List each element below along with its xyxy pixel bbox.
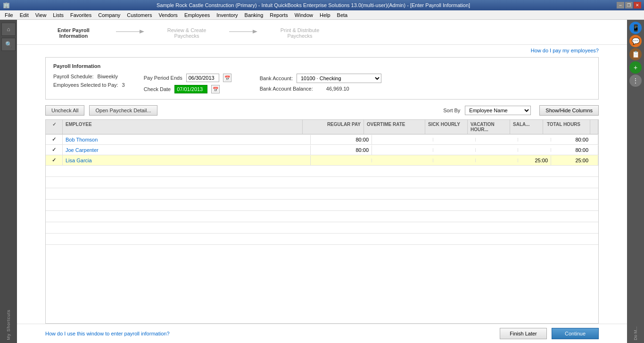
row1-salary[interactable] [518, 138, 551, 142]
menu-item-beta[interactable]: Beta [334, 11, 351, 19]
sort-by-label: Sort By [443, 108, 460, 113]
menu-item-lists[interactable]: Lists [50, 11, 66, 19]
chat-icon-btn[interactable]: 💬 [629, 35, 642, 47]
help-link-area: How do I pay my employees? [17, 45, 627, 55]
content-area: Enter PayrollInformation Review & Create… [17, 20, 627, 343]
menu-item-favorites[interactable]: Favorites [67, 11, 94, 19]
finish-later-button[interactable]: Finish Later [500, 328, 547, 339]
search-icon-btn[interactable]: 🔍 [1, 38, 16, 51]
menu-item-help[interactable]: Help [317, 11, 333, 19]
row2-salary[interactable] [518, 148, 551, 152]
more-icon-btn[interactable]: ⋮ [629, 75, 642, 87]
table-row-empty [46, 200, 598, 211]
header-total: TOTAL HOURS [543, 120, 590, 134]
bankbalance-label: Bank Account Balance: [260, 86, 313, 92]
row1-total[interactable]: 80:00 [551, 135, 598, 144]
checkdate-row: Check Date 📅 [144, 85, 231, 93]
row3-regular[interactable] [311, 159, 372, 162]
wizard-step-2: Review & CreatePaychecks [149, 27, 224, 39]
toolbar: Uncheck All Open Paycheck Detail... Sort… [17, 101, 627, 119]
table-row-empty [46, 234, 598, 245]
footer: How do I use this window to enter payrol… [17, 324, 627, 343]
wizard-header: Enter PayrollInformation Review & Create… [17, 20, 627, 45]
phone-icon-btn[interactable]: 📱 [629, 22, 642, 34]
row2-regular[interactable]: 80:00 [311, 145, 372, 155]
home-icon-btn[interactable]: ⌂ [1, 23, 16, 36]
row2-total[interactable]: 80:00 [551, 145, 598, 155]
bankbalance-value: 46,969.10 [326, 86, 349, 92]
row2-sick[interactable] [433, 148, 476, 152]
window-controls: – ❐ ✕ [617, 2, 641, 8]
row3-overtime[interactable] [372, 159, 433, 162]
wizard-arrow-1 [111, 28, 149, 35]
row3-salary[interactable]: 25:00 [518, 156, 551, 165]
payperiod-date-input[interactable] [186, 74, 219, 82]
payroll-right: Bank Account: 10100 · Checking Bank Acco… [260, 74, 381, 93]
bankaccount-select[interactable]: 10100 · Checking [297, 74, 381, 83]
open-paycheck-detail-button[interactable]: Open Paycheck Detail... [89, 105, 157, 116]
svg-marker-3 [253, 30, 257, 33]
menu-item-view[interactable]: View [33, 11, 50, 19]
table-row: ✓ Joe Carpenter 80:00 80:00 [46, 145, 598, 155]
row2-overtime[interactable] [372, 148, 433, 152]
table-body: ✓ Bob Thomson 80:00 80:00 ✓ Joe Carpente… [46, 134, 598, 323]
table-row-empty [46, 166, 598, 177]
footer-help-link[interactable]: How do I use this window to enter payrol… [45, 331, 170, 336]
minimize-button[interactable]: – [617, 2, 624, 8]
wizard-step-3: Print & DistributePaychecks [262, 27, 338, 39]
help-link[interactable]: How do I pay my employees? [531, 48, 599, 53]
row1-overtime[interactable] [372, 138, 433, 142]
wizard-step3-label: Print & DistributePaychecks [281, 27, 320, 39]
row2-check[interactable]: ✓ [46, 145, 63, 155]
row3-total[interactable]: 25:00 [551, 156, 598, 165]
table-row: ✓ Bob Thomson 80:00 80:00 [46, 134, 598, 145]
header-sick: SICK HOURLY [425, 120, 468, 134]
menu-item-company[interactable]: Company [95, 11, 123, 19]
sort-by-select[interactable]: Employee Name [465, 106, 531, 115]
row1-sick[interactable] [433, 138, 476, 142]
schedule-row: Payroll Schedule: Biweekly [53, 74, 125, 79]
menu-item-vendors[interactable]: Vendors [156, 11, 181, 19]
menu-item-banking[interactable]: Banking [242, 11, 266, 19]
payperiod-calendar-button[interactable]: 📅 [223, 74, 231, 82]
header-overtime: OVERTIME RATE [364, 120, 425, 134]
wizard-step2-label: Review & CreatePaychecks [167, 27, 206, 39]
menu-item-employees[interactable]: Employees [182, 11, 213, 19]
row2-vacation[interactable] [476, 148, 518, 152]
menu-item-file[interactable]: File [2, 11, 16, 19]
menu-item-edit[interactable]: Edit [17, 11, 32, 19]
row3-vacation[interactable] [476, 159, 518, 162]
menu-item-window[interactable]: Window [292, 11, 316, 19]
menu-item-inventory[interactable]: Inventory [214, 11, 240, 19]
checkdate-calendar-button[interactable]: 📅 [211, 85, 220, 93]
row1-employee[interactable]: Bob Thomson [63, 135, 311, 144]
row1-vacation[interactable] [476, 138, 518, 142]
menu-item-customers[interactable]: Customers [124, 11, 155, 19]
checkdate-input[interactable] [174, 85, 207, 93]
add-icon-btn[interactable]: + [629, 61, 642, 74]
row3-sick[interactable] [433, 159, 476, 162]
continue-button[interactable]: Continue [552, 328, 599, 339]
row1-regular[interactable]: 80:00 [311, 135, 372, 144]
header-vacation: VACATION HOUR... [468, 120, 510, 134]
payroll-center: Pay Period Ends 📅 Check Date 📅 [144, 74, 231, 93]
notes-icon-btn[interactable]: 📋 [629, 48, 642, 60]
uncheck-all-button[interactable]: Uncheck All [45, 105, 84, 116]
payperiod-label: Pay Period Ends [144, 75, 182, 81]
maximize-button[interactable]: ❐ [625, 2, 633, 8]
payroll-left: Payroll Schedule: Biweekly Employees Sel… [53, 74, 125, 93]
payroll-info-box: Payroll Information Payroll Schedule: Bi… [45, 57, 599, 100]
main-layout: ⌂ 🔍 My Shortcuts Enter PayrollInformatio… [0, 20, 644, 343]
show-hide-columns-button[interactable]: Show/Hide Columns [539, 105, 599, 116]
menu-item-reports[interactable]: Reports [267, 11, 291, 19]
wizard-step-1: Enter PayrollInformation [36, 27, 111, 39]
menu-bar: FileEditViewListsFavoritesCompanyCustome… [0, 10, 644, 20]
checkdate-label: Check Date [144, 86, 171, 92]
row3-check[interactable]: ✓ [46, 155, 63, 165]
row1-check[interactable]: ✓ [46, 134, 63, 144]
row2-employee[interactable]: Joe Carpenter [63, 145, 311, 155]
payroll-info-title: Payroll Information [53, 63, 591, 69]
row3-employee[interactable]: Lisa Garcia [63, 156, 311, 165]
app-icon: 🏢 [3, 2, 10, 8]
close-button[interactable]: ✕ [634, 2, 641, 8]
